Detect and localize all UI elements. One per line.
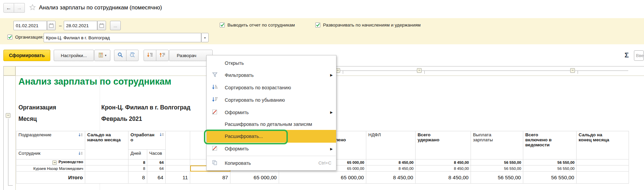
quick-sum-input[interactable]: Вве [634, 50, 644, 61]
menu-item-format-2[interactable]: Оформить ▶ [207, 143, 336, 155]
report-org-value: Крон-Ц. Филиал в г. Волгоград [101, 104, 191, 111]
cell[interactable]: 56 550,00 [471, 159, 523, 165]
cell[interactable]: 8 450,00 [416, 165, 471, 172]
column-header-ndfl-label: НДФЛ [368, 132, 381, 137]
organization-dropdown-button[interactable]: ▾ [201, 33, 209, 42]
cell[interactable]: 8 [128, 165, 147, 172]
menu-item-open[interactable]: Открыть [207, 57, 336, 69]
cell[interactable] [85, 165, 128, 172]
column-header-saldo-start[interactable]: Сальдо на начало месяца [85, 131, 128, 159]
search-button[interactable] [114, 50, 126, 61]
cell[interactable]: 87 [190, 172, 230, 184]
checkbox-expand-accruals[interactable]: Разворачивать по начислениям и удержания… [315, 22, 421, 28]
period-more-button[interactable]: ... [110, 21, 121, 30]
checkbox-organization[interactable]: Организация: [7, 35, 44, 40]
generate-report-button[interactable]: Сформировать [3, 50, 50, 61]
column-header-dept-label: Подразделение [18, 132, 51, 137]
employee-name[interactable]: Кураев Назар Магомедович [16, 165, 85, 172]
column-header-ndfl[interactable]: НДФЛ [366, 131, 416, 159]
column-header-worked-label: Отработано [130, 132, 157, 142]
sort-icon[interactable] [78, 151, 83, 156]
cell[interactable] [166, 159, 190, 165]
column-header-withheld-total[interactable]: Всего удержано [416, 131, 471, 159]
cell[interactable]: 8 450,00 [366, 159, 416, 165]
sort-icon[interactable] [160, 133, 164, 138]
row-ruler-right-line [15, 66, 16, 190]
cell[interactable] [166, 165, 190, 172]
expand-to-label: Разворач [177, 53, 196, 58]
checkbox-box [220, 22, 225, 28]
menu-item-copy[interactable]: Копировать Ctrl+C [207, 157, 336, 169]
menu-item-label: Расшифровать по детальным записям [225, 122, 312, 127]
cell[interactable]: 64 [147, 165, 166, 172]
menu-item-filter[interactable]: Фильтровать ▶ [207, 69, 336, 81]
column-header-saldo-end[interactable]: Сальдо на конец месяца [577, 131, 629, 159]
format-brush-icon [212, 146, 218, 152]
dept-name-cell[interactable]: −Руководство [16, 159, 85, 165]
cell[interactable]: 11 [166, 172, 190, 184]
cell[interactable]: 64 [147, 159, 166, 165]
cell[interactable] [577, 172, 629, 184]
sum-sigma-icon[interactable]: Σ [625, 51, 629, 59]
chevron-down-icon: ▾ [204, 36, 206, 40]
cell[interactable]: 56 550,00 [471, 172, 523, 184]
date-from-input[interactable]: 01.02.2021 [13, 21, 47, 30]
column-header-included-label: Всего включено в ведомости [525, 132, 556, 147]
cell[interactable]: 8 [128, 159, 147, 165]
row-group-collapse-button[interactable]: − [6, 113, 10, 118]
column-group-collapse-button[interactable]: − [570, 68, 575, 73]
date-range-dash: – [59, 23, 62, 28]
cell[interactable]: 8 450,00 [366, 172, 416, 184]
column-header-employee[interactable]: Сотрудник [16, 150, 85, 159]
back-button[interactable]: ← [3, 3, 14, 13]
favorite-star-icon[interactable] [29, 4, 36, 12]
cell[interactable]: 8 450,00 [416, 159, 471, 165]
dept-name: Руководство [58, 160, 83, 164]
report-variants-button[interactable]: ▾ [94, 50, 110, 61]
collapse-levels-button[interactable] [156, 50, 169, 61]
column-header-payout[interactable]: Выплата зарплаты [471, 131, 523, 159]
cell[interactable]: 56 550,00 [471, 165, 523, 172]
column-group-collapse-button[interactable]: − [417, 68, 422, 73]
cell[interactable] [577, 165, 629, 172]
total-label[interactable]: Итого [16, 172, 85, 184]
expand-levels-button[interactable] [144, 50, 156, 61]
forward-button[interactable]: → [14, 3, 25, 13]
checkbox-report-by-employees[interactable]: Выводить отчет по сотрудникам [220, 22, 295, 28]
cell[interactable]: 56 550,00 [523, 159, 577, 165]
calendar-icon[interactable] [47, 21, 56, 30]
cell[interactable]: 56 550,00 [523, 165, 577, 172]
date-to-input[interactable]: 28.02.2021 [64, 21, 97, 30]
column-header-withheld-label: Всего удержано [418, 132, 442, 142]
column-header-hidden[interactable] [166, 131, 190, 159]
row-collapse-button[interactable]: − [52, 160, 57, 165]
menu-item-format[interactable]: Оформить ▶ [207, 106, 336, 118]
organization-input[interactable]: Крон-Ц. Филиал в г. Волгоград [44, 33, 201, 42]
column-header-included-total[interactable]: Всего включено в ведомости [523, 131, 577, 159]
sort-icon[interactable] [78, 133, 83, 138]
cell[interactable]: 8 450,00 [416, 172, 471, 184]
cell[interactable]: 65 000,00 [279, 172, 366, 184]
settings-button[interactable]: Настройки... [54, 50, 94, 61]
column-header-hours[interactable]: Часов [147, 150, 166, 159]
find-next-button[interactable] [126, 50, 139, 61]
cell[interactable]: 8 450,00 [366, 165, 416, 172]
calendar-icon[interactable] [97, 21, 106, 30]
table-row-total[interactable]: Итого 8 64 11 87 65 000,00 65 000,00 8 4… [16, 172, 629, 184]
period-more-label: ... [114, 23, 117, 28]
menu-item-sort-descending[interactable]: Сортировать по убыванию [207, 94, 336, 106]
column-header-worked[interactable]: Отработано [128, 131, 166, 150]
cell[interactable]: 8 [128, 172, 147, 184]
menu-item-sort-ascending[interactable]: Сортировать по возрастанию [207, 81, 336, 94]
chevron-down-icon: ▾ [105, 54, 107, 57]
menu-item-drilldown-detail[interactable]: Расшифровать по детальным записям [207, 118, 336, 130]
column-header-dept[interactable]: Подразделение [16, 131, 85, 150]
cell[interactable] [85, 172, 128, 184]
cell[interactable]: 64 [147, 172, 166, 184]
cell[interactable]: 56 550,00 [523, 172, 577, 184]
column-header-days[interactable]: Дней [128, 150, 147, 159]
cell[interactable]: 65 000,00 [230, 172, 279, 184]
cell[interactable] [577, 159, 629, 165]
cell[interactable] [85, 159, 128, 165]
menu-item-label: Открыть [225, 60, 244, 66]
